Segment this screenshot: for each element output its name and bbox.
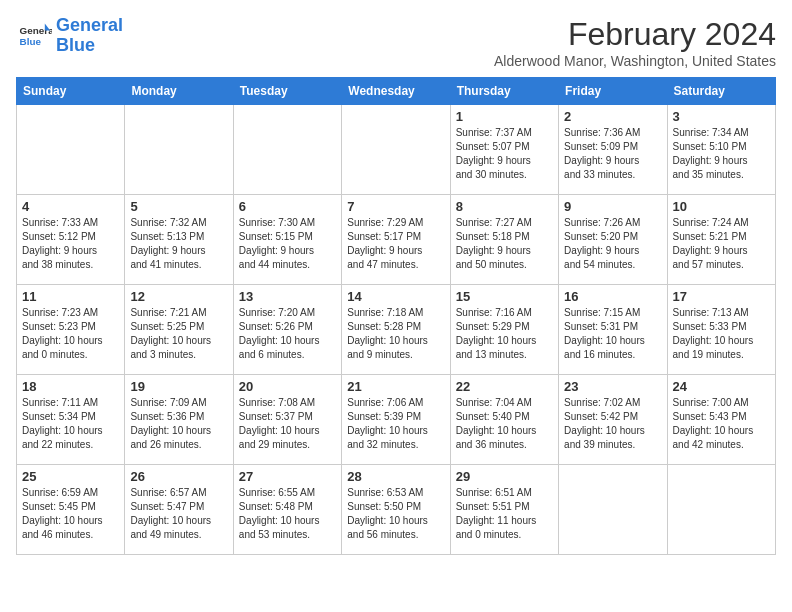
- day-info: Sunrise: 6:53 AM Sunset: 5:50 PM Dayligh…: [347, 486, 444, 542]
- day-info: Sunrise: 7:24 AM Sunset: 5:21 PM Dayligh…: [673, 216, 770, 272]
- logo-blue: Blue: [56, 35, 95, 55]
- day-info: Sunrise: 7:33 AM Sunset: 5:12 PM Dayligh…: [22, 216, 119, 272]
- day-info: Sunrise: 7:09 AM Sunset: 5:36 PM Dayligh…: [130, 396, 227, 452]
- day-number: 19: [130, 379, 227, 394]
- weekday-header-thursday: Thursday: [450, 78, 558, 105]
- day-info: Sunrise: 7:36 AM Sunset: 5:09 PM Dayligh…: [564, 126, 661, 182]
- day-number: 12: [130, 289, 227, 304]
- day-info: Sunrise: 7:23 AM Sunset: 5:23 PM Dayligh…: [22, 306, 119, 362]
- day-number: 28: [347, 469, 444, 484]
- day-number: 7: [347, 199, 444, 214]
- logo-general: General: [56, 15, 123, 35]
- day-number: 25: [22, 469, 119, 484]
- day-number: 4: [22, 199, 119, 214]
- calendar-cell: 22Sunrise: 7:04 AM Sunset: 5:40 PM Dayli…: [450, 375, 558, 465]
- day-info: Sunrise: 6:55 AM Sunset: 5:48 PM Dayligh…: [239, 486, 336, 542]
- day-info: Sunrise: 7:21 AM Sunset: 5:25 PM Dayligh…: [130, 306, 227, 362]
- calendar-cell: 28Sunrise: 6:53 AM Sunset: 5:50 PM Dayli…: [342, 465, 450, 555]
- day-info: Sunrise: 7:08 AM Sunset: 5:37 PM Dayligh…: [239, 396, 336, 452]
- day-info: Sunrise: 7:27 AM Sunset: 5:18 PM Dayligh…: [456, 216, 553, 272]
- calendar-cell: [233, 105, 341, 195]
- day-info: Sunrise: 7:11 AM Sunset: 5:34 PM Dayligh…: [22, 396, 119, 452]
- calendar-cell: 3Sunrise: 7:34 AM Sunset: 5:10 PM Daylig…: [667, 105, 775, 195]
- day-number: 18: [22, 379, 119, 394]
- day-info: Sunrise: 7:18 AM Sunset: 5:28 PM Dayligh…: [347, 306, 444, 362]
- day-info: Sunrise: 7:13 AM Sunset: 5:33 PM Dayligh…: [673, 306, 770, 362]
- calendar-cell: 17Sunrise: 7:13 AM Sunset: 5:33 PM Dayli…: [667, 285, 775, 375]
- day-number: 26: [130, 469, 227, 484]
- day-info: Sunrise: 6:51 AM Sunset: 5:51 PM Dayligh…: [456, 486, 553, 542]
- weekday-header-saturday: Saturday: [667, 78, 775, 105]
- day-number: 16: [564, 289, 661, 304]
- calendar-cell: 27Sunrise: 6:55 AM Sunset: 5:48 PM Dayli…: [233, 465, 341, 555]
- calendar-cell: [667, 465, 775, 555]
- calendar-cell: 6Sunrise: 7:30 AM Sunset: 5:15 PM Daylig…: [233, 195, 341, 285]
- day-number: 17: [673, 289, 770, 304]
- calendar-cell: 19Sunrise: 7:09 AM Sunset: 5:36 PM Dayli…: [125, 375, 233, 465]
- day-number: 11: [22, 289, 119, 304]
- day-info: Sunrise: 7:16 AM Sunset: 5:29 PM Dayligh…: [456, 306, 553, 362]
- calendar-cell: 15Sunrise: 7:16 AM Sunset: 5:29 PM Dayli…: [450, 285, 558, 375]
- day-number: 24: [673, 379, 770, 394]
- calendar-cell: 8Sunrise: 7:27 AM Sunset: 5:18 PM Daylig…: [450, 195, 558, 285]
- day-number: 15: [456, 289, 553, 304]
- day-info: Sunrise: 7:37 AM Sunset: 5:07 PM Dayligh…: [456, 126, 553, 182]
- calendar-cell: [125, 105, 233, 195]
- calendar-cell: [342, 105, 450, 195]
- calendar-week-row: 4Sunrise: 7:33 AM Sunset: 5:12 PM Daylig…: [17, 195, 776, 285]
- day-number: 3: [673, 109, 770, 124]
- day-info: Sunrise: 7:04 AM Sunset: 5:40 PM Dayligh…: [456, 396, 553, 452]
- day-number: 27: [239, 469, 336, 484]
- calendar-cell: 7Sunrise: 7:29 AM Sunset: 5:17 PM Daylig…: [342, 195, 450, 285]
- calendar-cell: 18Sunrise: 7:11 AM Sunset: 5:34 PM Dayli…: [17, 375, 125, 465]
- calendar-cell: 26Sunrise: 6:57 AM Sunset: 5:47 PM Dayli…: [125, 465, 233, 555]
- calendar-cell: 2Sunrise: 7:36 AM Sunset: 5:09 PM Daylig…: [559, 105, 667, 195]
- day-info: Sunrise: 6:59 AM Sunset: 5:45 PM Dayligh…: [22, 486, 119, 542]
- calendar-cell: [559, 465, 667, 555]
- day-number: 20: [239, 379, 336, 394]
- weekday-header-wednesday: Wednesday: [342, 78, 450, 105]
- location-subtitle: Alderwood Manor, Washington, United Stat…: [494, 53, 776, 69]
- day-number: 23: [564, 379, 661, 394]
- weekday-header-row: SundayMondayTuesdayWednesdayThursdayFrid…: [17, 78, 776, 105]
- title-area: February 2024 Alderwood Manor, Washingto…: [494, 16, 776, 69]
- weekday-header-monday: Monday: [125, 78, 233, 105]
- day-number: 14: [347, 289, 444, 304]
- calendar-cell: 9Sunrise: 7:26 AM Sunset: 5:20 PM Daylig…: [559, 195, 667, 285]
- day-number: 2: [564, 109, 661, 124]
- svg-text:Blue: Blue: [20, 36, 42, 47]
- weekday-header-friday: Friday: [559, 78, 667, 105]
- calendar-cell: 10Sunrise: 7:24 AM Sunset: 5:21 PM Dayli…: [667, 195, 775, 285]
- calendar-cell: 13Sunrise: 7:20 AM Sunset: 5:26 PM Dayli…: [233, 285, 341, 375]
- calendar-cell: 24Sunrise: 7:00 AM Sunset: 5:43 PM Dayli…: [667, 375, 775, 465]
- day-info: Sunrise: 7:00 AM Sunset: 5:43 PM Dayligh…: [673, 396, 770, 452]
- day-info: Sunrise: 7:32 AM Sunset: 5:13 PM Dayligh…: [130, 216, 227, 272]
- day-number: 29: [456, 469, 553, 484]
- calendar-table: SundayMondayTuesdayWednesdayThursdayFrid…: [16, 77, 776, 555]
- calendar-cell: 11Sunrise: 7:23 AM Sunset: 5:23 PM Dayli…: [17, 285, 125, 375]
- calendar-cell: 1Sunrise: 7:37 AM Sunset: 5:07 PM Daylig…: [450, 105, 558, 195]
- logo: General Blue General Blue: [16, 16, 123, 56]
- day-number: 6: [239, 199, 336, 214]
- calendar-cell: 12Sunrise: 7:21 AM Sunset: 5:25 PM Dayli…: [125, 285, 233, 375]
- calendar-cell: 4Sunrise: 7:33 AM Sunset: 5:12 PM Daylig…: [17, 195, 125, 285]
- calendar-cell: 29Sunrise: 6:51 AM Sunset: 5:51 PM Dayli…: [450, 465, 558, 555]
- day-number: 5: [130, 199, 227, 214]
- calendar-cell: 14Sunrise: 7:18 AM Sunset: 5:28 PM Dayli…: [342, 285, 450, 375]
- month-title: February 2024: [494, 16, 776, 53]
- calendar-week-row: 11Sunrise: 7:23 AM Sunset: 5:23 PM Dayli…: [17, 285, 776, 375]
- calendar-cell: [17, 105, 125, 195]
- day-info: Sunrise: 6:57 AM Sunset: 5:47 PM Dayligh…: [130, 486, 227, 542]
- day-info: Sunrise: 7:20 AM Sunset: 5:26 PM Dayligh…: [239, 306, 336, 362]
- day-number: 10: [673, 199, 770, 214]
- day-info: Sunrise: 7:15 AM Sunset: 5:31 PM Dayligh…: [564, 306, 661, 362]
- day-number: 9: [564, 199, 661, 214]
- calendar-cell: 21Sunrise: 7:06 AM Sunset: 5:39 PM Dayli…: [342, 375, 450, 465]
- calendar-cell: 23Sunrise: 7:02 AM Sunset: 5:42 PM Dayli…: [559, 375, 667, 465]
- calendar-cell: 25Sunrise: 6:59 AM Sunset: 5:45 PM Dayli…: [17, 465, 125, 555]
- day-info: Sunrise: 7:26 AM Sunset: 5:20 PM Dayligh…: [564, 216, 661, 272]
- weekday-header-tuesday: Tuesday: [233, 78, 341, 105]
- day-number: 13: [239, 289, 336, 304]
- calendar-week-row: 18Sunrise: 7:11 AM Sunset: 5:34 PM Dayli…: [17, 375, 776, 465]
- header: General Blue General Blue February 2024 …: [16, 16, 776, 69]
